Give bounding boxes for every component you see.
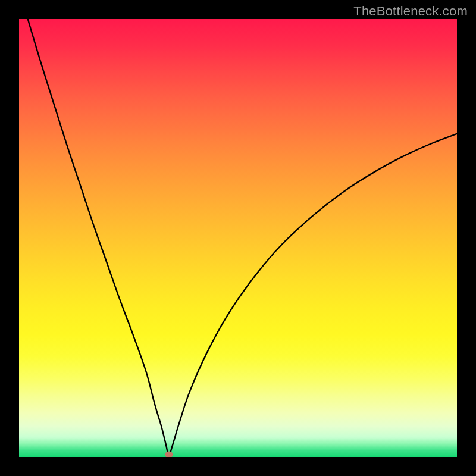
watermark-text: TheBottleneck.com <box>353 4 468 19</box>
bottleneck-curve <box>19 19 457 457</box>
plot-area <box>19 19 457 457</box>
optimal-point-marker <box>165 452 173 457</box>
chart-frame: TheBottleneck.com <box>0 0 476 476</box>
